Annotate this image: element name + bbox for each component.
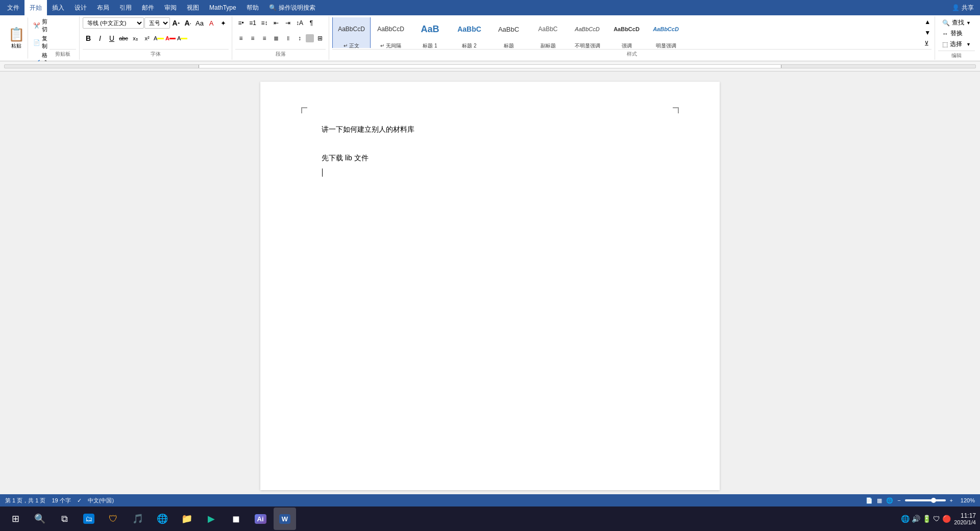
border-button[interactable]: ⊞	[314, 33, 326, 44]
multilevel-list-button[interactable]: ≡↕	[259, 17, 270, 29]
select-icon: ⬚	[942, 41, 948, 48]
numbered-list-button[interactable]: ≡1	[247, 17, 258, 29]
zoom-thumb	[931, 498, 936, 503]
file-manager-button[interactable]: 🗂	[78, 508, 100, 530]
ruler-bar[interactable]	[4, 64, 976, 68]
font-size-select[interactable]: 五号	[144, 17, 170, 29]
style-subtitle[interactable]: AaBbC 副标题	[529, 17, 567, 48]
gallery-scroll-down[interactable]: ▼	[923, 28, 932, 37]
document-content[interactable]: 讲一下如何建立别人的材料库 先下载 lib 文件	[322, 123, 658, 180]
shading-button[interactable]: A	[177, 33, 188, 44]
paste-button[interactable]: 📋 粘贴	[5, 17, 28, 59]
clear-formatting-button[interactable]: A	[206, 17, 217, 29]
column-button[interactable]: ⫴	[282, 33, 293, 44]
show-formatting-button[interactable]: ¶	[306, 17, 317, 29]
font-color-eraser-button[interactable]: ✦	[217, 17, 229, 29]
taskview-button[interactable]: ⧉	[53, 508, 76, 530]
zoom-out-button[interactable]: −	[897, 497, 900, 503]
music-button[interactable]: 🎵	[127, 508, 149, 530]
align-right-button[interactable]: ≡	[259, 33, 270, 44]
tab-mailings[interactable]: 邮件	[137, 0, 159, 15]
line-spacing-button[interactable]: ↕	[294, 33, 305, 44]
net-shield-button[interactable]: 🛡	[102, 508, 125, 530]
word-taskbar-button[interactable]: W	[274, 508, 296, 530]
decrease-indent-button[interactable]: ⇤	[271, 17, 282, 29]
tab-layout[interactable]: 布局	[92, 0, 114, 15]
replace-button[interactable]: ↔ 替换	[938, 28, 975, 39]
zoom-level[interactable]: 120%	[957, 497, 975, 503]
search-button[interactable]: 🔍	[29, 508, 51, 530]
word-icon: W	[279, 514, 290, 524]
font-group: 等线 (中文正文) 五号 A+ A- Aa A ✦ B I U abc x₂ x…	[80, 16, 232, 60]
styles-label: 样式	[332, 49, 932, 59]
style-intense-emphasis[interactable]: AaBbCcD 明显强调	[647, 17, 685, 48]
font-name-select[interactable]: 等线 (中文正文)	[83, 17, 144, 29]
cut-button[interactable]: ✂️ 剪切	[31, 17, 50, 34]
ai-assistant-button[interactable]: Ai	[249, 508, 272, 530]
justify-button[interactable]: ≣	[271, 33, 282, 44]
file-explorer-button[interactable]: 📁	[176, 508, 198, 530]
terminal-icon: ▶	[208, 513, 215, 524]
font-shrink-button[interactable]: A-	[182, 17, 193, 29]
strikethrough-button[interactable]: abc	[118, 33, 129, 44]
tray-icons: 🌐 🔊 🔋 🛡 🔴	[901, 515, 951, 523]
sort-button[interactable]: ↕A	[294, 17, 305, 29]
tab-references[interactable]: 引用	[114, 0, 137, 15]
bold-button[interactable]: B	[83, 33, 94, 44]
select-button[interactable]: ⬚ 选择 ▼	[938, 39, 975, 50]
style-title[interactable]: AaBbC 标题	[489, 17, 528, 48]
tab-help[interactable]: 帮助	[241, 0, 264, 15]
style-normal-preview: AaBbCcD	[334, 17, 369, 42]
bullet-list-button[interactable]: ≡•	[235, 17, 247, 29]
font-color-button[interactable]: A	[165, 33, 176, 44]
tab-insert[interactable]: 插入	[47, 0, 69, 15]
align-left-button[interactable]: ≡	[235, 33, 247, 44]
start-button[interactable]: ⊞	[4, 508, 27, 530]
subscript-button[interactable]: x₂	[130, 33, 141, 44]
web-layout-icon[interactable]: 🌐	[886, 497, 893, 504]
file-explorer-icon: 📁	[181, 513, 192, 524]
taskbar-datetime[interactable]: 11:17 2020/1/4	[954, 512, 976, 525]
black-button[interactable]: ◼	[225, 508, 247, 530]
style-subtle-emphasis[interactable]: AaBbCcD 不明显强调	[568, 17, 606, 48]
font-grow-button[interactable]: A+	[170, 17, 182, 29]
tray-antivirus[interactable]: 🔴	[942, 515, 951, 523]
font-highlight-button[interactable]: A	[153, 33, 164, 44]
tab-design[interactable]: 设计	[69, 0, 92, 15]
tray-battery[interactable]: 🔋	[922, 515, 931, 523]
style-heading2[interactable]: AaBbC 标题 2	[450, 17, 488, 48]
increase-indent-button[interactable]: ⇥	[282, 17, 293, 29]
gallery-more[interactable]: ⊻	[923, 39, 932, 48]
tab-mathtype[interactable]: MathType	[204, 0, 241, 15]
change-case-button[interactable]: Aa	[194, 17, 205, 29]
tab-home[interactable]: 开始	[24, 0, 47, 15]
tray-volume[interactable]: 🔊	[912, 515, 920, 523]
zoom-slider[interactable]	[905, 499, 946, 501]
tab-search[interactable]: 🔍 操作说明搜索	[264, 0, 321, 15]
share-button[interactable]: 👤 共享	[948, 3, 978, 13]
underline-button[interactable]: U	[106, 33, 117, 44]
document-area[interactable]: 讲一下如何建立别人的材料库 先下载 lib 文件	[0, 71, 980, 494]
tab-file[interactable]: 文件	[2, 0, 24, 15]
style-normal[interactable]: AaBbCcD ↵ 正文	[332, 17, 371, 48]
gallery-scroll-up[interactable]: ▲	[923, 17, 932, 27]
superscript-button[interactable]: x²	[141, 33, 153, 44]
tab-view[interactable]: 视图	[182, 0, 204, 15]
terminal-button[interactable]: ▶	[200, 508, 223, 530]
print-layout-icon[interactable]: ▦	[877, 497, 882, 504]
copy-button[interactable]: 📄 复制	[31, 34, 50, 51]
tray-network[interactable]: 🌐	[901, 515, 910, 523]
focus-mode-icon[interactable]: 📄	[866, 497, 873, 504]
shading-para-button[interactable]	[306, 34, 314, 42]
style-no-spacing[interactable]: AaBbCcD ↵ 无间隔	[372, 17, 410, 48]
browser-button[interactable]: 🌐	[151, 508, 174, 530]
styles-group: AaBbCcD ↵ 正文 AaBbCcD ↵ 无间隔 AaB	[329, 16, 935, 60]
italic-button[interactable]: I	[94, 33, 106, 44]
style-emphasis[interactable]: AaBbCcD 强调	[607, 17, 646, 48]
style-heading1[interactable]: AaB 标题 1	[411, 17, 449, 48]
zoom-in-button[interactable]: +	[950, 497, 953, 503]
tray-security[interactable]: 🛡	[933, 515, 940, 523]
find-button[interactable]: 🔍 查找 ▼	[938, 17, 975, 28]
align-center-button[interactable]: ≡	[247, 33, 258, 44]
tab-review[interactable]: 审阅	[159, 0, 182, 15]
